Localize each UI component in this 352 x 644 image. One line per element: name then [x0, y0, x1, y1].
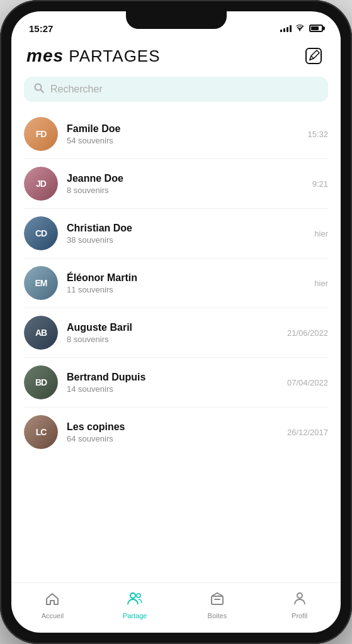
contact-item[interactable]: JD Jeanne Doe 8 souvenirs 9:21 [24, 159, 328, 209]
contact-sub: 8 souvenirs [67, 335, 278, 344]
svg-rect-1 [306, 48, 321, 64]
box-icon [210, 591, 225, 610]
contact-sub: 14 souvenirs [67, 384, 278, 394]
avatar: LC [24, 415, 58, 449]
app-title: mes PARTAGES [26, 46, 161, 66]
contact-info: Jeanne Doe 8 souvenirs [67, 173, 304, 195]
svg-rect-6 [212, 596, 223, 604]
nav-label: Partage [123, 612, 147, 619]
contact-sub: 64 souvenirs [67, 434, 278, 443]
contact-name: Famile Doe [67, 123, 298, 135]
home-icon [45, 591, 60, 610]
contact-sub: 38 souvenirs [67, 235, 305, 245]
contact-sub: 11 souvenirs [67, 285, 305, 294]
avatar: AB [24, 316, 58, 350]
contact-sub: 8 souvenirs [67, 186, 304, 195]
contact-info: Famile Doe 54 souvenirs [67, 123, 298, 145]
contact-sub: 54 souvenirs [67, 136, 298, 145]
notch [126, 11, 227, 29]
contact-name: Bertrand Dupuis [67, 372, 278, 383]
contact-time: hier [314, 279, 328, 288]
contact-item[interactable]: AB Auguste Baril 8 souvenirs 21/06/2022 [24, 308, 328, 358]
title-mes: mes [26, 46, 64, 65]
nav-item-profil[interactable]: Profil [258, 591, 341, 619]
svg-point-8 [297, 593, 302, 598]
bottom-nav: Accueil Partage Boites Profil [11, 582, 341, 633]
search-placeholder: Rechercher [50, 84, 103, 95]
nav-item-partage[interactable]: Partage [94, 591, 176, 619]
title-partages: PARTAGES [64, 47, 161, 65]
contact-time: hier [314, 229, 328, 238]
signal-icon [280, 25, 292, 32]
avatar: FD [24, 117, 58, 151]
svg-point-0 [299, 30, 300, 31]
contact-time: 07/04/2022 [287, 378, 328, 387]
contact-info: Christian Doe 38 souvenirs [67, 223, 305, 245]
nav-label: Profil [292, 612, 307, 619]
battery-icon [309, 25, 323, 32]
edit-button[interactable] [302, 44, 326, 68]
contact-time: 9:21 [312, 179, 328, 189]
svg-line-3 [41, 90, 44, 93]
status-icons [280, 24, 323, 33]
contact-time: 15:32 [307, 130, 328, 139]
nav-item-accueil[interactable]: Accueil [11, 591, 94, 619]
person-icon [292, 591, 307, 610]
status-time: 15:27 [29, 23, 53, 34]
wifi-icon [295, 24, 305, 33]
contact-item[interactable]: CD Christian Doe 38 souvenirs hier [24, 209, 328, 258]
svg-point-5 [137, 594, 140, 597]
nav-label: Boites [208, 612, 227, 619]
phone-screen: 15:27 [11, 11, 341, 633]
contact-info: Éléonor Martin 11 souvenirs [67, 272, 305, 294]
search-bar[interactable]: Rechercher [24, 77, 328, 102]
nav-label: Accueil [42, 612, 64, 619]
contact-name: Jeanne Doe [67, 173, 304, 184]
contact-time: 26/12/2017 [287, 428, 328, 437]
contact-info: Les copines 64 souvenirs [67, 421, 278, 443]
avatar: JD [24, 167, 58, 201]
contact-item[interactable]: LC Les copines 64 souvenirs 26/12/2017 [24, 408, 328, 457]
contact-item[interactable]: EM Éléonor Martin 11 souvenirs hier [24, 258, 328, 308]
contact-name: Éléonor Martin [67, 272, 305, 284]
avatar: EM [24, 266, 58, 300]
app-header: mes PARTAGES [11, 39, 341, 74]
contact-name: Auguste Baril [67, 322, 278, 333]
contact-item[interactable]: BD Bertrand Dupuis 14 souvenirs 07/04/20… [24, 358, 328, 408]
people-icon [127, 591, 143, 610]
avatar: CD [24, 216, 58, 250]
svg-point-4 [130, 593, 135, 598]
contact-info: Bertrand Dupuis 14 souvenirs [67, 372, 278, 394]
contact-time: 21/06/2022 [287, 328, 328, 338]
search-icon [34, 83, 44, 96]
contact-name: Les copines [67, 421, 278, 433]
contacts-list: FD Famile Doe 54 souvenirs 15:32 JD Jean… [11, 109, 341, 582]
contact-name: Christian Doe [67, 223, 305, 234]
avatar: BD [24, 365, 58, 399]
contact-item[interactable]: FD Famile Doe 54 souvenirs 15:32 [24, 109, 328, 159]
phone-frame: 15:27 [0, 0, 352, 644]
nav-item-boites[interactable]: Boites [176, 591, 259, 619]
contact-info: Auguste Baril 8 souvenirs [67, 322, 278, 344]
